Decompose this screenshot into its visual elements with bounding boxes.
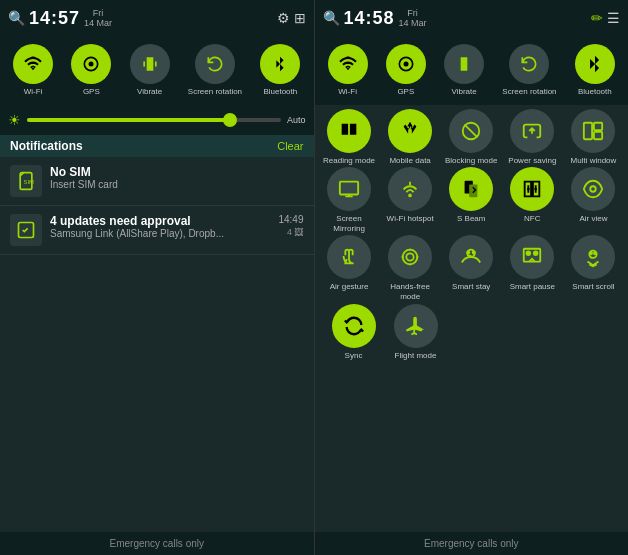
right-quick-toggles: Wi-Fi GPS Vibrate Screen rotation Blueto… <box>315 36 629 105</box>
grid-smart-pause[interactable]: Smart pause <box>505 235 559 301</box>
brightness-row: ☀ Auto <box>0 105 314 135</box>
toggle-vibrate-circle <box>130 44 170 84</box>
grid-reading-mode[interactable]: Reading mode <box>322 109 376 166</box>
grid-air-gesture-circle <box>327 235 371 279</box>
notif-updates-icon <box>10 214 42 246</box>
toggle-bluetooth-circle <box>260 44 300 84</box>
notif-updates-meta: 14:49 4 🖼 <box>278 214 303 237</box>
search-icon[interactable]: 🔍 <box>8 10 25 26</box>
grid-blocking-mode[interactable]: Blocking mode <box>444 109 498 166</box>
grid-flight-mode-circle <box>394 304 438 348</box>
grid-smart-scroll[interactable]: Smart scroll <box>566 235 620 301</box>
grid-multi-window[interactable]: Multi window <box>566 109 620 166</box>
right-toggle-bluetooth[interactable]: Bluetooth <box>575 44 615 97</box>
notif-updates-time: 14:49 <box>278 214 303 225</box>
grid-wifi-hotspot-circle <box>388 167 432 211</box>
brightness-thumb <box>223 113 237 127</box>
right-toggle-gps[interactable]: GPS <box>386 44 426 97</box>
grid-smart-stay[interactable]: Smart stay <box>444 235 498 301</box>
grid-air-gesture[interactable]: Air gesture <box>322 235 376 301</box>
right-search-icon[interactable]: 🔍 <box>323 10 340 26</box>
right-emergency-bar: Emergency calls only <box>315 532 629 555</box>
toggle-gps[interactable]: GPS <box>71 44 111 97</box>
settings-icon[interactable]: ⚙ <box>277 10 290 26</box>
brightness-fill <box>27 118 230 122</box>
toggle-gps-circle <box>71 44 111 84</box>
grid-flight-mode[interactable]: Flight mode <box>389 304 443 361</box>
toggle-vibrate[interactable]: Vibrate <box>130 44 170 97</box>
left-time: 14:57 <box>29 8 80 29</box>
brightness-icon: ☀ <box>8 112 21 128</box>
notif-nosim-content: No SIM Insert SIM card <box>50 165 304 190</box>
pencil-icon[interactable]: ✏ <box>591 10 603 26</box>
grid-power-saving-circle <box>510 109 554 153</box>
svg-rect-13 <box>594 122 602 129</box>
right-menu-icon[interactable]: ☰ <box>607 10 620 26</box>
grid-sync-circle <box>332 304 376 348</box>
right-toggle-vibrate[interactable]: Vibrate <box>444 44 484 97</box>
toggle-bluetooth-label: Bluetooth <box>263 87 297 97</box>
grid-nfc-circle <box>510 167 554 211</box>
grid-nfc-label: NFC <box>524 214 540 224</box>
grid-smart-stay-circle <box>449 235 493 279</box>
toggle-wifi-label: Wi-Fi <box>24 87 43 97</box>
toggle-wifi[interactable]: Wi-Fi <box>13 44 53 97</box>
brightness-track[interactable] <box>27 118 281 122</box>
right-day: Fri <box>407 8 418 18</box>
notif-nosim-icon: SIM <box>10 165 42 197</box>
grid-reading-mode-circle <box>327 109 371 153</box>
notifications-clear-button[interactable]: Clear <box>277 140 303 152</box>
right-toggle-vibrate-label: Vibrate <box>451 87 476 97</box>
grid-icon[interactable]: ⊞ <box>294 10 306 26</box>
grid-s-beam[interactable]: S Beam <box>444 167 498 233</box>
left-panel: 🔍 14:57 Fri 14 Mar ⚙ ⊞ Wi-Fi GPS <box>0 0 314 555</box>
left-status-right: ⚙ ⊞ <box>277 10 306 26</box>
right-toggle-wifi[interactable]: Wi-Fi <box>328 44 368 97</box>
svg-rect-14 <box>594 132 602 139</box>
grid-screen-mirroring-circle <box>327 167 371 211</box>
grid-hands-free[interactable]: Hands-free mode <box>383 235 437 301</box>
notif-item-updates[interactable]: 4 updates need approval Samsung Link (Al… <box>0 206 314 255</box>
right-toggle-gps-circle <box>386 44 426 84</box>
notif-updates-sub: Samsung Link (AllShare Play), Dropb... <box>50 228 224 239</box>
svg-point-0 <box>89 62 94 67</box>
left-date-block: Fri 14 Mar <box>84 8 112 28</box>
left-date: 14 Mar <box>84 18 112 28</box>
svg-text:SIM: SIM <box>24 179 35 185</box>
svg-rect-12 <box>584 122 592 139</box>
left-status-bar: 🔍 14:57 Fri 14 Mar ⚙ ⊞ <box>0 0 314 36</box>
svg-point-21 <box>591 186 597 192</box>
toggle-bluetooth[interactable]: Bluetooth <box>260 44 300 97</box>
grid-air-view[interactable]: Air view <box>566 167 620 233</box>
grid-screen-mirroring-label: Screen Mirroring <box>322 214 376 233</box>
notifications-list: SIM No SIM Insert SIM card 4 updates nee… <box>0 157 314 532</box>
toggle-wifi-circle <box>13 44 53 84</box>
grid-mobile-data-label: Mobile data <box>389 156 430 166</box>
grid-power-saving[interactable]: Power saving <box>505 109 559 166</box>
right-toggle-vibrate-circle <box>444 44 484 84</box>
svg-point-29 <box>534 252 538 256</box>
right-status-right: ✏ ☰ <box>591 10 620 26</box>
toggle-rotation[interactable]: Screen rotation <box>188 44 242 97</box>
notif-item-nosim[interactable]: SIM No SIM Insert SIM card <box>0 157 314 206</box>
grid-smart-pause-circle <box>510 235 554 279</box>
grid-screen-mirroring[interactable]: Screen Mirroring <box>322 167 376 233</box>
right-toggle-rotation[interactable]: Screen rotation <box>502 44 556 97</box>
grid-sync[interactable]: Sync <box>327 304 381 361</box>
notif-updates-title-col: 4 updates need approval Samsung Link (Al… <box>50 214 224 239</box>
svg-rect-18 <box>469 185 477 198</box>
svg-point-16 <box>409 195 411 197</box>
grid-blocking-mode-label: Blocking mode <box>445 156 497 166</box>
grid-blocking-mode-circle <box>449 109 493 153</box>
grid-smart-stay-label: Smart stay <box>452 282 490 292</box>
right-date: 14 Mar <box>399 18 427 28</box>
grid-nfc[interactable]: NFC <box>505 167 559 233</box>
left-emergency-bar: Emergency calls only <box>0 532 314 555</box>
svg-point-23 <box>403 250 418 265</box>
grid-mobile-data-circle <box>388 109 432 153</box>
svg-point-20 <box>535 188 538 191</box>
grid-wifi-hotspot[interactable]: Wi-Fi hotspot <box>383 167 437 233</box>
grid-row-4: Sync Flight mode <box>319 304 625 361</box>
grid-mobile-data[interactable]: Mobile data <box>383 109 437 166</box>
toggle-rotation-label: Screen rotation <box>188 87 242 97</box>
